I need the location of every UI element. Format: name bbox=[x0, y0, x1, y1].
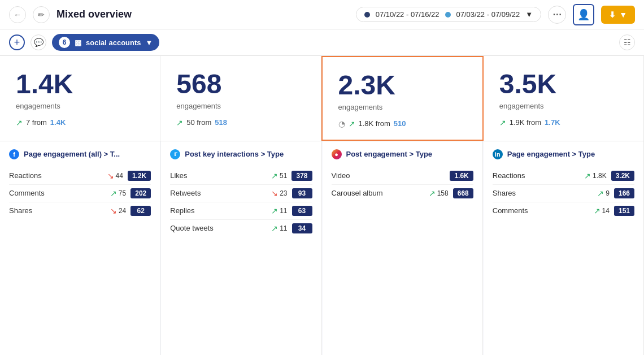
row-value: 62 bbox=[130, 206, 151, 216]
date-range-1: 07/10/22 - 07/16/22 bbox=[376, 10, 440, 19]
chart-card-linkedin: in Page engagement > Type Reactions ↗ 1.… bbox=[484, 141, 644, 355]
metric-card-2: 568 engagements ↗ 50 from 518 bbox=[160, 56, 321, 141]
arrow-up-icon: ↗ bbox=[271, 171, 278, 180]
arrow-up-icon: ↗ bbox=[110, 189, 117, 198]
date-range-selector[interactable]: 07/10/22 - 07/16/22 07/03/22 - 07/09/22 … bbox=[356, 7, 541, 22]
change-amount-2: 50 from bbox=[186, 118, 211, 127]
change-ref-4: 1.7K bbox=[545, 118, 560, 127]
chart-title-linkedin: in Page engagement > Type bbox=[493, 149, 634, 159]
row-change: ↗ 51 bbox=[271, 171, 287, 180]
row-label: Reactions bbox=[493, 171, 584, 180]
metric-value-3: 2.3K bbox=[338, 71, 467, 101]
facebook-icon: f bbox=[9, 149, 19, 159]
chart-row: Reactions ↘ 44 1.2K bbox=[9, 167, 151, 185]
row-label: Quote tweets bbox=[170, 224, 271, 232]
toolbar: + 💬 6 ▩ social accounts ▼ ☷ bbox=[0, 29, 644, 56]
comment-icon: 💬 bbox=[34, 38, 43, 47]
pencil-icon: ✏ bbox=[38, 10, 45, 19]
add-user-button[interactable]: 👤 bbox=[573, 4, 594, 25]
export-button[interactable]: ⬇ ▼ bbox=[601, 6, 635, 24]
social-accounts-selector[interactable]: 6 ▩ social accounts ▼ bbox=[52, 34, 159, 51]
row-change: ↗ 1.8K bbox=[584, 171, 607, 180]
chart-title-facebook: f Page engagement (all) > T... bbox=[9, 149, 151, 159]
row-label: Comments bbox=[9, 189, 110, 197]
chart-row: Quote tweets ↗ 11 34 bbox=[170, 220, 312, 237]
arrow-down-icon: ↘ bbox=[271, 189, 278, 198]
chevron-down-icon: ▼ bbox=[146, 38, 153, 47]
comment-button[interactable]: 💬 bbox=[31, 34, 46, 50]
metric-card-1: 1.4K engagements ↗ 7 from 1.4K bbox=[0, 56, 160, 141]
change-amount-1: 7 from bbox=[26, 118, 47, 127]
metric-change-2: ↗ 50 from 518 bbox=[176, 118, 304, 127]
arrow-up-icon-3: ↗ bbox=[349, 119, 355, 128]
chart-title-twitter: 𝕣 Post key interactions > Type bbox=[170, 149, 312, 159]
row-value: 1.6K bbox=[450, 171, 473, 181]
chart-row: Comments ↗ 75 202 bbox=[9, 185, 151, 202]
arrow-up-icon: ↗ bbox=[597, 189, 604, 198]
row-label: Replies bbox=[170, 206, 271, 215]
change-amount-3: 1.8K from bbox=[359, 119, 390, 128]
row-label: Reactions bbox=[9, 171, 107, 180]
metric-value-2: 568 bbox=[176, 70, 304, 99]
edit-button[interactable]: ✏ bbox=[33, 6, 50, 23]
metric-value-4: 3.5K bbox=[499, 70, 628, 99]
change-ref-1: 1.4K bbox=[50, 118, 66, 127]
row-value: 34 bbox=[292, 223, 312, 233]
add-widget-button[interactable]: + bbox=[9, 34, 25, 50]
row-change: ↗ 158 bbox=[429, 189, 449, 198]
date-range-dot-2 bbox=[445, 12, 451, 18]
chart-row: Carousel album ↗ 158 668 bbox=[332, 185, 473, 202]
arrow-up-icon-4: ↗ bbox=[499, 118, 506, 127]
row-value: 151 bbox=[614, 206, 634, 216]
sync-icon: ◔ bbox=[338, 119, 345, 128]
row-change: ↘ 44 bbox=[107, 171, 123, 180]
download-icon: ⬇ bbox=[609, 10, 616, 19]
arrow-down-icon: ↘ bbox=[107, 171, 114, 180]
arrow-up-icon: ↗ bbox=[429, 189, 436, 198]
date-range-2: 07/03/22 - 07/09/22 bbox=[456, 10, 520, 19]
metric-card-4: 3.5K engagements ↗ 1.9K from 1.7K bbox=[484, 56, 644, 141]
row-label: Likes bbox=[170, 171, 271, 180]
chart-row: Comments ↗ 14 151 bbox=[493, 202, 634, 219]
social-count-badge: 6 bbox=[59, 37, 70, 48]
charts-row: f Page engagement (all) > T... Reactions… bbox=[0, 141, 644, 355]
linkedin-icon: in bbox=[493, 149, 503, 159]
metric-change-1: ↗ 7 from 1.4K bbox=[16, 118, 144, 127]
back-button[interactable]: ← bbox=[9, 6, 26, 23]
chart-row: Replies ↗ 11 63 bbox=[170, 202, 312, 220]
arrow-up-icon: ↗ bbox=[594, 206, 601, 215]
chart-card-instagram: ● Post engagement > Type Video 1.6K Caro… bbox=[323, 141, 483, 355]
arrow-up-icon: ↗ bbox=[271, 224, 278, 233]
social-accounts-label: social accounts bbox=[86, 38, 141, 47]
row-change: ↗ 9 bbox=[597, 189, 610, 198]
metric-change-4: ↗ 1.9K from 1.7K bbox=[499, 118, 628, 127]
row-value: 1.2K bbox=[128, 171, 151, 181]
row-value: 63 bbox=[292, 206, 312, 216]
row-change: ↘ 24 bbox=[110, 206, 126, 215]
row-value: 166 bbox=[614, 188, 634, 198]
header: ← ✏ Mixed overview 07/10/22 - 07/16/22 0… bbox=[0, 0, 644, 29]
row-value: 93 bbox=[292, 188, 312, 198]
add-user-icon: 👤 bbox=[577, 8, 590, 21]
arrow-down-icon: ↘ bbox=[110, 206, 117, 215]
row-value: 3.2K bbox=[611, 171, 634, 181]
chart-card-twitter: 𝕣 Post key interactions > Type Likes ↗ 5… bbox=[161, 141, 321, 355]
main-content: 1.4K engagements ↗ 7 from 1.4K 568 engag… bbox=[0, 56, 644, 355]
chart-title-instagram: ● Post engagement > Type bbox=[332, 149, 473, 159]
instagram-icon: ● bbox=[332, 149, 342, 159]
arrow-up-icon-2: ↗ bbox=[176, 118, 183, 127]
metric-label-2: engagements bbox=[176, 102, 304, 110]
change-amount-4: 1.9K from bbox=[510, 118, 541, 127]
more-button[interactable]: ⋯ bbox=[548, 6, 566, 24]
plus-icon: + bbox=[14, 37, 20, 49]
chart-row: Reactions ↗ 1.8K 3.2K bbox=[493, 167, 634, 185]
row-value: 668 bbox=[453, 188, 473, 198]
metrics-row: 1.4K engagements ↗ 7 from 1.4K 568 engag… bbox=[0, 56, 644, 141]
arrow-up-icon: ↗ bbox=[271, 206, 278, 215]
metric-label-1: engagements bbox=[16, 102, 144, 110]
filter-button[interactable]: ☷ bbox=[619, 34, 635, 50]
row-change: ↘ 23 bbox=[271, 189, 287, 198]
chart-card-facebook: f Page engagement (all) > T... Reactions… bbox=[0, 141, 160, 355]
chart-bar-icon: ▩ bbox=[75, 38, 81, 47]
filter-icon: ☷ bbox=[624, 38, 631, 47]
